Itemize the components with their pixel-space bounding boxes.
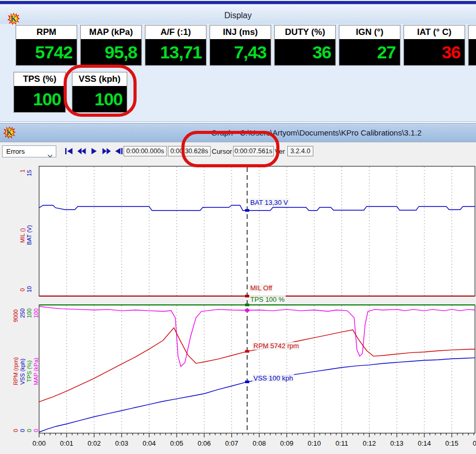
gauge-value: 36 [275,39,335,65]
svg-text:0:12: 0:12 [363,439,376,447]
gauge-inj-ms: INJ (ms)7,43 [210,25,271,66]
axis-max-mil: 1 [19,169,26,173]
svg-text:0:16: 0:16 [473,439,476,447]
svg-text:0:06: 0:06 [198,439,211,447]
svg-text:0:03: 0:03 [115,439,128,447]
gauge-title: INJ (ms) [210,26,271,39]
gauge-value: 95,8 [81,39,141,65]
svg-text:0:11: 0:11 [335,439,348,447]
graph-window: K Graph - C:\Users\Artyom\Documents\KPro… [0,123,476,454]
display-window: K Display RPM5742MAP (kPa)95,8A/F (:1)13… [0,0,476,122]
axis-max-map: 100 [33,309,39,318]
gauge-value [469,39,476,65]
cursor-time-highlight-annotation [181,131,279,167]
axis-name-vss: VSS (kph) [19,359,26,385]
axis-name-rpm: RPM (rpm) [13,357,19,385]
gauge-map-kpa: MAP (kPa)95,8 [80,25,142,66]
svg-text:0:10: 0:10 [308,439,321,447]
graph-plot-area[interactable]: 0:000:010:020:030:040:050:060:070:080:09… [0,124,476,454]
axis-name-bat: BAT (V) [26,225,32,245]
rpm-cursor-value: RPM 5742 rpm [252,342,300,350]
vss-highlight-annotation [64,65,137,117]
svg-text:0:13: 0:13 [390,439,403,447]
bat-cursor-value: BAT 13,30 V [249,199,289,206]
axis-min-mil: 0 [19,288,26,291]
axis-min-tps: 0 [26,429,32,432]
gauge-title: MAP (kPa) [81,26,141,39]
gauge-tps: TPS (%)100 [14,72,66,113]
svg-text:0:07: 0:07 [225,439,238,447]
axis-name-mil: MIL () [19,228,26,243]
vss-cursor-value: VSS 100 kph [252,374,294,382]
display-titlebar[interactable]: K Display [0,4,476,24]
svg-text:0:08: 0:08 [253,439,266,447]
svg-text:0:01: 0:01 [60,439,73,447]
axis-min-rpm: 0 [13,429,19,432]
gauge-value: 27 [339,39,400,65]
gauge-title: IGN (°) [339,26,400,39]
mil-cursor-value: MIL Off [249,284,273,292]
gauge-value: 100 [14,86,65,112]
axis-min-vss: 0 [19,429,26,432]
display-window-title: Display [0,11,476,20]
axis-max-tps: 100 [26,309,32,318]
gauge-value: 13,71 [145,39,206,65]
axis-min-map: 0 [33,429,39,432]
gauge-iat-c: IAT (° C)36 [404,25,465,66]
gauges-row-1: RPM5742MAP (kPa)95,8A/F (:1)13,71INJ (ms… [16,25,476,66]
gauge-title: IAT (° C) [404,26,465,39]
svg-text:0:05: 0:05 [170,439,183,447]
axis-min-bat: 10 [26,286,32,292]
svg-text:0:02: 0:02 [88,439,101,447]
gauge-ign: IGN (°)27 [339,25,400,66]
svg-text:0:00: 0:00 [32,439,45,447]
gauge-title: E [469,26,476,39]
axis-max-vss: 250 [19,309,26,318]
gauge-value: 36 [404,39,465,65]
svg-text:0:09: 0:09 [280,439,293,447]
gauge-title: TPS (%) [14,72,65,86]
gauge-value: 7,43 [210,39,271,65]
gauge-rpm: RPM5742 [16,25,77,66]
gauge-e: E [468,25,476,66]
axis-max-bat: 15 [26,170,32,176]
axis-name-tps: TPS (%) [26,360,32,382]
axis-name-map: MAP (kPa) [33,358,39,385]
gauge-duty: DUTY (%)36 [274,25,336,66]
gauge-a-f-1: A/F (:1)13,71 [145,25,206,66]
gauge-title: A/F (:1) [145,26,206,39]
tps-cursor-value: TPS 100 % [249,296,286,303]
gauge-title: DUTY (%) [275,26,335,39]
kpro-screen: K Display RPM5742MAP (kPa)95,8A/F (:1)13… [0,0,476,454]
svg-text:0:14: 0:14 [418,439,431,447]
svg-text:0:15: 0:15 [445,439,458,447]
axis-max-rpm: 9000 [13,310,19,322]
gauge-value: 5742 [16,39,77,65]
gauge-title: RPM [16,26,77,39]
svg-text:0:04: 0:04 [142,439,155,447]
